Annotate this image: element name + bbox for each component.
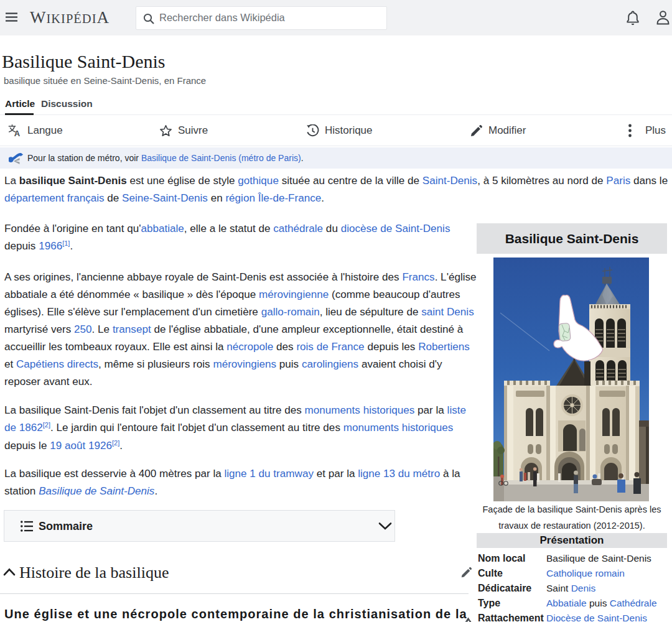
- svg-text:A: A: [14, 129, 21, 138]
